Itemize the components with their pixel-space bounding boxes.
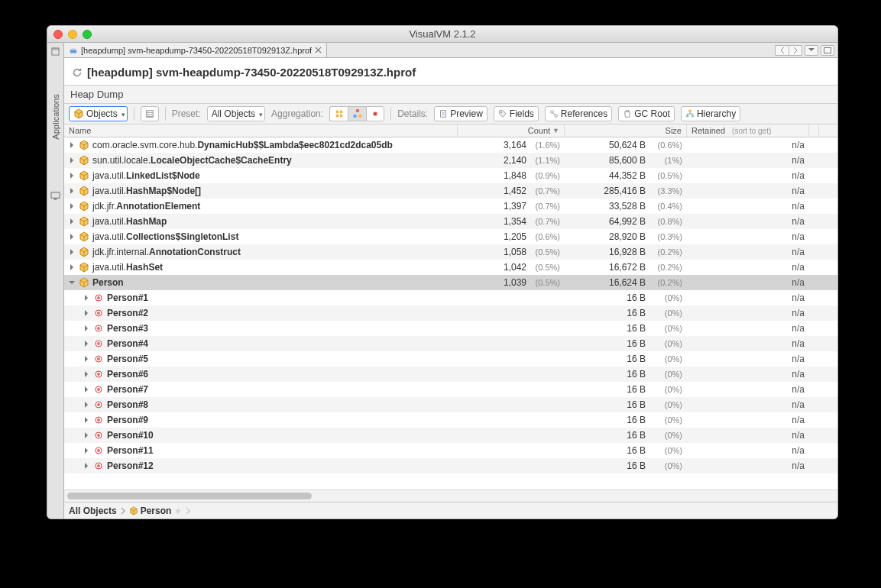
col-size[interactable]: Size xyxy=(565,124,687,137)
disclosure-closed-icon[interactable] xyxy=(68,141,76,149)
class-icon xyxy=(79,262,89,273)
row-size: 33,528 B(0.4%) xyxy=(565,201,687,212)
svg-rect-3 xyxy=(54,199,57,199)
breadcrumb-leaf[interactable]: Person xyxy=(129,506,172,516)
close-button[interactable] xyxy=(53,30,63,39)
scroll-thumb[interactable] xyxy=(67,493,312,499)
details-gcroot[interactable]: GC Root xyxy=(618,106,675,121)
disclosure-open-icon[interactable] xyxy=(68,279,76,286)
disclosure-closed-icon[interactable] xyxy=(83,355,90,363)
disclosure-closed-icon[interactable] xyxy=(83,416,90,424)
disclosure-closed-icon[interactable] xyxy=(68,172,76,179)
table-row[interactable]: Person#616 B(0%)n/a xyxy=(64,367,837,382)
minimize-button[interactable] xyxy=(68,30,77,39)
row-name: Person#2 xyxy=(107,308,148,318)
tab-list-dropdown[interactable] xyxy=(805,45,818,56)
table-row[interactable]: Person#1216 B(0%)n/a xyxy=(64,458,837,473)
row-retained: n/a xyxy=(687,292,809,303)
disclosure-closed-icon[interactable] xyxy=(68,202,76,210)
table-row[interactable]: Person1,039(0.5%)16,624 B(0.2%)n/a xyxy=(64,275,837,290)
svg-point-41 xyxy=(97,434,100,437)
disclosure-closed-icon[interactable] xyxy=(68,248,76,256)
disclosure-closed-icon[interactable] xyxy=(83,447,90,454)
table-row[interactable]: Person#1116 B(0%)n/a xyxy=(64,443,837,458)
tab-bar: [heapdump] svm-heapdump-73450-20220518T0… xyxy=(64,43,837,58)
table-row[interactable]: Person#416 B(0%)n/a xyxy=(64,336,837,351)
agg-classes[interactable] xyxy=(348,106,366,121)
tab-close-icon[interactable] xyxy=(315,47,322,53)
tab-label: [heapdump] svm-heapdump-73450-20220518T0… xyxy=(81,46,312,55)
col-name[interactable]: Name xyxy=(64,124,458,137)
sidebar-applications-tab[interactable]: Applications xyxy=(51,94,60,139)
disclosure-closed-icon[interactable] xyxy=(68,157,76,164)
monitor-icon[interactable] xyxy=(50,192,60,200)
restore-icon[interactable] xyxy=(51,47,60,56)
disclosure-closed-icon[interactable] xyxy=(83,325,90,332)
disclosure-closed-icon[interactable] xyxy=(83,340,90,347)
instance-icon xyxy=(93,292,104,303)
document-tab[interactable]: [heapdump] svm-heapdump-73450-20220518T0… xyxy=(64,43,327,57)
disclosure-closed-icon[interactable] xyxy=(83,309,90,317)
refresh-icon[interactable] xyxy=(72,67,83,78)
table-icon-button[interactable] xyxy=(141,106,159,121)
tab-nav-prev[interactable] xyxy=(775,45,789,56)
table-row[interactable]: java.util.HashMap$Node[]1,452(0.7%)285,4… xyxy=(64,183,837,199)
svg-rect-5 xyxy=(824,47,831,53)
table-row[interactable]: Person#716 B(0%)n/a xyxy=(64,382,837,397)
disclosure-closed-icon[interactable] xyxy=(68,233,76,241)
disclosure-closed-icon[interactable] xyxy=(83,386,90,393)
row-name: com.oracle.svm.core.hub.DynamicHub$$Lamb… xyxy=(92,140,393,150)
agg-instances[interactable] xyxy=(366,106,384,121)
disclosure-closed-icon[interactable] xyxy=(83,462,90,470)
instance-icon xyxy=(93,445,104,456)
disclosure-closed-icon[interactable] xyxy=(83,401,90,409)
table-row[interactable]: Person#216 B(0%)n/a xyxy=(64,305,837,321)
table-row[interactable]: java.util.LinkedList$Node1,848(0.9%)44,3… xyxy=(64,168,837,183)
maximize-tab[interactable] xyxy=(821,45,834,56)
disclosure-closed-icon[interactable] xyxy=(68,187,76,195)
row-size: 16 B(0%) xyxy=(565,354,687,364)
svg-point-45 xyxy=(97,464,100,467)
table-row[interactable]: Person#316 B(0%)n/a xyxy=(64,321,837,336)
table-row[interactable]: Person#1016 B(0%)n/a xyxy=(64,428,837,443)
disclosure-closed-icon[interactable] xyxy=(83,431,90,439)
disclosure-closed-icon[interactable] xyxy=(68,218,76,225)
table-row[interactable]: java.util.HashMap1,354(0.7%)64,992 B(0.8… xyxy=(64,214,837,229)
table-row[interactable]: Person#516 B(0%)n/a xyxy=(64,351,837,367)
disclosure-closed-icon[interactable] xyxy=(83,294,90,302)
table-row[interactable]: Person#916 B(0%)n/a xyxy=(64,412,837,428)
table-row[interactable]: java.util.Collections$SingletonList1,205… xyxy=(64,229,837,244)
row-retained: n/a xyxy=(687,369,809,380)
table-row[interactable]: jdk.jfr.internal.AnnotationConstruct1,05… xyxy=(64,244,837,260)
disclosure-closed-icon[interactable] xyxy=(68,263,76,271)
table-row[interactable]: com.oracle.svm.core.hub.DynamicHub$$Lamb… xyxy=(64,137,837,153)
zoom-button[interactable] xyxy=(83,30,92,39)
col-count[interactable]: Count▼ xyxy=(458,124,565,137)
details-preview[interactable]: Preview xyxy=(434,106,487,121)
table-row[interactable]: jdk.jfr.AnnotationElement1,397(0.7%)33,5… xyxy=(64,199,837,214)
pin-icon[interactable] xyxy=(174,507,182,515)
details-references[interactable]: References xyxy=(545,106,612,121)
row-retained: n/a xyxy=(687,201,809,212)
row-size: 16 B(0%) xyxy=(565,415,687,425)
row-count: 3,164(1.6%) xyxy=(458,140,565,150)
preset-dropdown[interactable]: All Objects xyxy=(207,106,265,121)
details-hierarchy[interactable]: Hierarchy xyxy=(681,106,740,121)
instance-icon xyxy=(93,430,104,441)
table-body[interactable]: com.oracle.svm.core.hub.DynamicHub$$Lamb… xyxy=(64,137,837,489)
table-row[interactable]: Person#816 B(0%)n/a xyxy=(64,397,837,412)
row-count: 1,397(0.7%) xyxy=(458,201,565,212)
table-row[interactable]: java.util.HashSet1,042(0.5%)16,672 B(0.2… xyxy=(64,260,837,275)
preset-label: Preset: xyxy=(172,108,201,119)
tab-nav-next[interactable] xyxy=(789,45,802,56)
disclosure-closed-icon[interactable] xyxy=(83,370,90,378)
details-fields[interactable]: Fields xyxy=(494,106,539,121)
breadcrumb-root[interactable]: All Objects xyxy=(69,506,117,516)
horizontal-scrollbar[interactable] xyxy=(64,489,837,502)
col-menu[interactable] xyxy=(809,124,819,137)
col-retained[interactable]: Retained (sort to get) xyxy=(687,124,809,137)
view-mode-objects[interactable]: Objects xyxy=(69,106,128,121)
table-row[interactable]: sun.util.locale.LocaleObjectCache$CacheE… xyxy=(64,153,837,168)
agg-packages[interactable] xyxy=(329,106,348,121)
table-row[interactable]: Person#116 B(0%)n/a xyxy=(64,290,837,305)
